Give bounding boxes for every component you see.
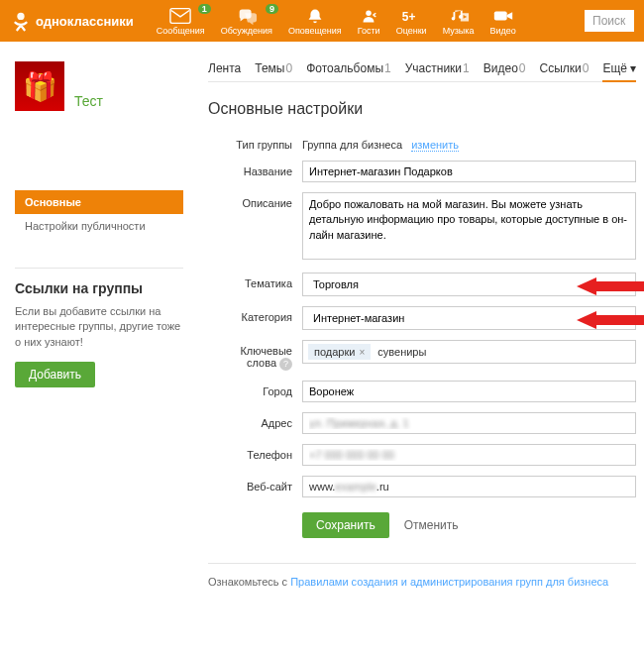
nav-guests[interactable]: Гости	[350, 7, 388, 36]
rules-link[interactable]: Правилами создания и администрирования г…	[290, 576, 608, 588]
name-label: Название	[208, 161, 302, 177]
cat-label: Категория	[208, 306, 302, 323]
nav-video[interactable]: Видео	[482, 7, 523, 36]
addr-input[interactable]	[302, 412, 636, 434]
name-input[interactable]	[302, 161, 636, 182]
phone-label: Телефон	[208, 444, 302, 461]
sidebar-item-main[interactable]: Основные	[15, 190, 183, 214]
change-type-link[interactable]: изменить	[411, 139, 459, 152]
chat-icon	[236, 7, 258, 25]
keywords-input[interactable]: подарки× сувениры	[302, 340, 636, 364]
tab-feed[interactable]: Лента	[208, 61, 241, 75]
nav-discussions[interactable]: Обсуждения 9	[213, 7, 280, 36]
tab-more[interactable]: Ещё ▾	[602, 61, 636, 82]
nav-label: Музыка	[443, 26, 475, 36]
sidebar-item-privacy[interactable]: Настройки публичности	[15, 214, 183, 238]
links-title: Ссылки на группы	[15, 280, 183, 296]
badge: 1	[198, 4, 211, 14]
group-name[interactable]: Тест	[74, 93, 103, 111]
ok-logo-icon	[10, 10, 32, 32]
nav-label: Сообщения	[157, 26, 205, 36]
tab-albums[interactable]: Фотоальбомы1	[306, 61, 391, 75]
links-section: Ссылки на группы Если вы добавите ссылки…	[15, 268, 183, 387]
video-icon	[492, 7, 514, 25]
music-icon	[448, 7, 470, 25]
site-label: Веб-сайт	[208, 476, 302, 493]
kw-label: Ключевые слова?	[208, 340, 302, 371]
nav-label: Оповещения	[288, 26, 342, 36]
save-button[interactable]: Сохранить	[302, 512, 389, 538]
theme-select[interactable]: Торговля	[302, 273, 636, 296]
nav-label: Обсуждения	[221, 26, 272, 36]
type-label: Тип группы	[208, 134, 302, 151]
nav-label: Оценки	[396, 26, 427, 36]
svg-rect-1	[170, 8, 190, 23]
desc-textarea[interactable]: Добро пожаловать на мой магазин. Вы може…	[302, 192, 636, 260]
keyword-tag: подарки×	[308, 344, 371, 360]
svg-text:5+: 5+	[402, 9, 416, 23]
search-input[interactable]: Поиск	[585, 10, 634, 32]
nav-music[interactable]: Музыка	[435, 7, 483, 36]
keyword-text: сувениры	[375, 344, 429, 360]
footer-note: Ознакомьтесь с Правилами создания и адми…	[208, 563, 636, 588]
top-header: одноклассники Сообщения 1 Обсуждения 9 О…	[0, 0, 644, 42]
svg-point-2	[366, 10, 372, 16]
envelope-icon	[169, 7, 191, 25]
remove-tag-icon[interactable]: ×	[359, 347, 365, 358]
bell-icon	[304, 7, 326, 25]
nav-label: Гости	[358, 26, 380, 36]
tab-video[interactable]: Видео0	[483, 61, 526, 75]
theme-label: Тематика	[208, 273, 302, 289]
tab-members[interactable]: Участники1	[405, 61, 470, 75]
brand-text: одноклассники	[36, 14, 134, 29]
svg-rect-5	[493, 11, 506, 20]
tab-links[interactable]: Ссылки0	[540, 61, 590, 75]
desc-label: Описание	[208, 192, 302, 209]
nav-ratings[interactable]: 5+ Оценки	[388, 7, 435, 36]
section-title: Основные настройки	[208, 100, 636, 118]
guests-icon	[358, 7, 379, 25]
tab-topics[interactable]: Темы0	[255, 61, 292, 75]
help-icon[interactable]: ?	[279, 358, 292, 371]
phone-input[interactable]	[302, 444, 636, 466]
links-desc: Если вы добавите ссылки на интересные гр…	[15, 304, 183, 350]
addr-label: Адрес	[208, 412, 302, 429]
nav-label: Видео	[489, 26, 515, 36]
site-input[interactable]: www.example.ru	[302, 476, 636, 497]
city-input[interactable]	[302, 381, 636, 402]
group-avatar[interactable]: 🎁	[15, 61, 64, 111]
nav-notifications[interactable]: Оповещения	[280, 7, 350, 36]
side-menu: Основные Настройки публичности	[15, 190, 183, 238]
tabs: Лента Темы0 Фотоальбомы1 Участники1 Виде…	[208, 61, 636, 82]
badge: 9	[266, 4, 278, 14]
type-value: Группа для бизнеса изменить	[302, 134, 636, 151]
svg-point-0	[17, 13, 24, 20]
group-header: 🎁 Тест	[15, 61, 183, 111]
nav-messages[interactable]: Сообщения 1	[149, 7, 213, 36]
cat-select[interactable]: Интернет-магазин	[302, 306, 636, 330]
city-label: Город	[208, 381, 302, 397]
logo[interactable]: одноклассники	[10, 10, 134, 32]
add-link-button[interactable]: Добавить	[15, 362, 95, 387]
ratings-icon: 5+	[400, 7, 422, 25]
cancel-link[interactable]: Отменить	[404, 518, 459, 532]
